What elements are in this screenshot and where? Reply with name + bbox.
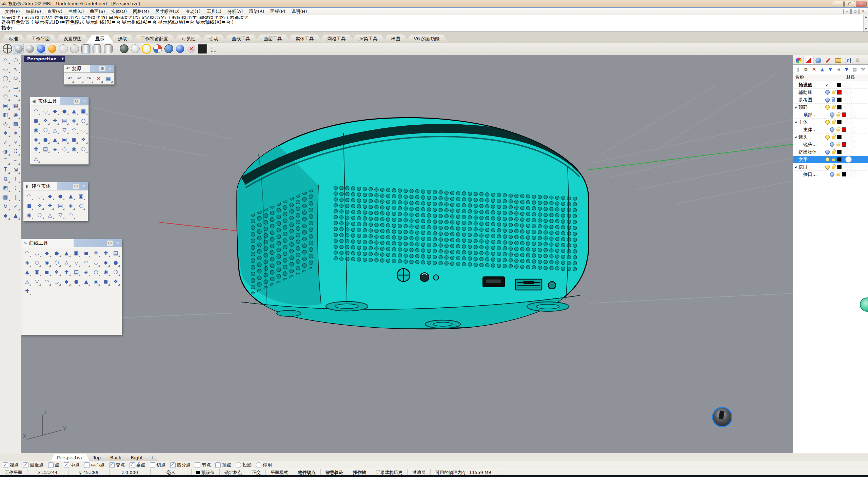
- blend-curve-icon[interactable]: ●: [52, 249, 61, 257]
- torus-solid-icon[interactable]: ◎: [1, 120, 10, 128]
- menu-item-T[interactable]: 变动(T): [183, 8, 204, 15]
- redo-icon[interactable]: ↷: [85, 74, 94, 83]
- gear-icon[interactable]: ⚙: [74, 99, 80, 104]
- status-智慧轨迹[interactable]: 智慧轨迹: [321, 469, 348, 476]
- undo-palette-titlebar[interactable]: ↶ 复原 ⚙ ✕: [64, 65, 114, 73]
- status-工作平面[interactable]: 工作平面: [0, 469, 27, 476]
- layer-lock-icon[interactable]: [832, 166, 835, 169]
- panel-tab-help-icon[interactable]: ?: [843, 56, 853, 64]
- curve-tools-titlebar[interactable]: ∿ 曲线工具 ⚙ ✕: [21, 239, 122, 247]
- close-curve-icon[interactable]: ▤: [72, 268, 81, 276]
- truncated-cone-icon[interactable]: ❖: [35, 201, 44, 210]
- delete-layer-icon[interactable]: ✕: [811, 66, 817, 73]
- osnap-中心点[interactable]: 中心点: [84, 462, 105, 468]
- tab-显示[interactable]: 显示: [86, 35, 113, 43]
- layer-lock-icon[interactable]: [836, 173, 840, 176]
- viewport-menu-arrow[interactable]: ▼: [60, 56, 65, 62]
- layer-material-circle[interactable]: [845, 164, 852, 170]
- split-face-icon[interactable]: ◡: [79, 126, 88, 134]
- extrude-arrows-icon[interactable]: ⇧: [11, 184, 20, 192]
- close-icon[interactable]: ✕: [115, 241, 120, 246]
- osnap-顶点[interactable]: 顶点: [215, 462, 231, 468]
- fillet-curve-icon[interactable]: ◠: [23, 249, 32, 257]
- status-y[interactable]: y 45.389: [68, 469, 110, 476]
- curve-boolean-icon[interactable]: ●: [72, 277, 81, 286]
- layer-visibility-bulb-icon[interactable]: [830, 112, 834, 117]
- layer-row-主体[interactable]: 主体...: [793, 126, 868, 133]
- fullscreen-monitor-icon[interactable]: [198, 44, 207, 54]
- extend-curve-icon[interactable]: ◆: [42, 249, 51, 257]
- child-close-button[interactable]: ✕: [860, 9, 867, 14]
- layer-visibility-bulb-icon[interactable]: [825, 150, 830, 154]
- layer-color-swatch[interactable]: [837, 83, 841, 87]
- arc-icon[interactable]: ◠: [1, 83, 10, 92]
- viewport-title-label[interactable]: Perspective: [24, 56, 60, 62]
- layer-lock-icon[interactable]: [832, 121, 835, 124]
- menu-item-P[interactable]: 面板(P): [267, 8, 288, 15]
- osnap-checkbox[interactable]: [3, 462, 8, 468]
- curve-2-views-icon[interactable]: ▣: [72, 249, 81, 257]
- move-face-icon[interactable]: △: [51, 126, 59, 134]
- tab-V6 的新功能[interactable]: V6 的新功能: [405, 35, 449, 43]
- rotate-face-icon[interactable]: ▣: [60, 135, 69, 144]
- osnap-checkbox[interactable]: [170, 462, 176, 468]
- polyline-icon[interactable]: 〰: [1, 65, 10, 74]
- layer-row-辅助线[interactable]: 辅助线: [793, 89, 868, 96]
- layer-material-circle[interactable]: [850, 111, 856, 118]
- command-scrollbar[interactable]: ▲▼: [863, 15, 868, 32]
- trim-icon[interactable]: ⌿: [1, 138, 10, 147]
- shaded-sphere-icon[interactable]: [14, 44, 23, 54]
- close-icon[interactable]: ✕: [107, 66, 113, 71]
- clipping-sphere-icon[interactable]: [175, 44, 185, 54]
- gear-icon[interactable]: ⚙: [73, 184, 79, 189]
- fair-curve-icon[interactable]: ◼: [42, 268, 51, 276]
- extract-isocurve-icon[interactable]: ◡: [92, 258, 100, 267]
- rebuild-curve-icon[interactable]: ◉: [101, 268, 110, 276]
- extrusion-icon[interactable]: △: [45, 211, 54, 220]
- camera-sphere-icon[interactable]: [164, 44, 174, 54]
- boolean-star-icon[interactable]: ❖: [1, 129, 10, 138]
- rotate-surface-icon[interactable]: ↻: [1, 202, 10, 211]
- pyramid-icon[interactable]: ✚: [45, 201, 54, 210]
- status-操作轴[interactable]: 操作轴: [348, 469, 371, 476]
- menu-item-R[interactable]: 渲染(R): [246, 8, 267, 15]
- menu-item-C[interactable]: 曲线(C): [65, 8, 87, 15]
- status-平面模式[interactable]: 平面模式: [266, 469, 293, 476]
- connect-curves-icon[interactable]: ▤: [111, 249, 120, 257]
- boolean-intersection-icon[interactable]: ◆: [51, 107, 59, 116]
- status-毫米[interactable]: 毫米: [151, 469, 192, 476]
- offset-multiple-icon[interactable]: ◆: [62, 277, 71, 286]
- status-预设值[interactable]: 预设值: [192, 469, 220, 476]
- ghosted-globe-icon[interactable]: [59, 44, 68, 54]
- extract-wireframe-icon[interactable]: ◠: [70, 126, 78, 134]
- truncated-pyramid-icon[interactable]: ▤: [56, 201, 65, 210]
- layer-row-镜头[interactable]: 镜头...: [793, 141, 868, 148]
- layer-lock-icon[interactable]: [832, 99, 835, 102]
- pipe-solid-icon[interactable]: ✚: [32, 145, 40, 153]
- layer-lock-icon[interactable]: [832, 91, 835, 94]
- layer-material-circle[interactable]: [845, 104, 852, 110]
- status-物件锁点[interactable]: 物件锁点: [293, 469, 321, 476]
- layer-material-circle[interactable]: [850, 141, 856, 148]
- sketch-surface-icon[interactable]: ◆: [101, 258, 110, 267]
- section-curves-icon[interactable]: △: [62, 258, 71, 267]
- osnap-checkbox[interactable]: [48, 462, 54, 468]
- menu-item-M[interactable]: 网格(M): [130, 8, 152, 15]
- curve-deviation-icon[interactable]: ❖: [111, 277, 120, 286]
- layer-material-circle[interactable]: [845, 89, 852, 96]
- white-sphere-icon[interactable]: [131, 44, 140, 54]
- layer-material-circle[interactable]: [845, 119, 852, 125]
- place-hole-icon[interactable]: ❖: [79, 135, 88, 144]
- layer-color-swatch[interactable]: [842, 112, 846, 117]
- expand-icon[interactable]: ◢: [793, 121, 798, 124]
- project-curve-icon[interactable]: ◈: [23, 258, 32, 267]
- surface-points-icon[interactable]: ▣: [1, 101, 10, 110]
- divide-curve-icon[interactable]: ⬡: [52, 258, 61, 267]
- expand-icon[interactable]: ◢: [793, 165, 798, 168]
- layer-row-接口[interactable]: 接口...: [793, 171, 868, 178]
- explode-icon[interactable]: ✶: [11, 129, 20, 138]
- layer-material-circle[interactable]: [845, 156, 852, 163]
- freeform-curve-icon[interactable]: ∿: [11, 65, 20, 74]
- section-tools-icon[interactable]: ⟊: [11, 174, 20, 183]
- layer-lock-icon[interactable]: [832, 159, 835, 161]
